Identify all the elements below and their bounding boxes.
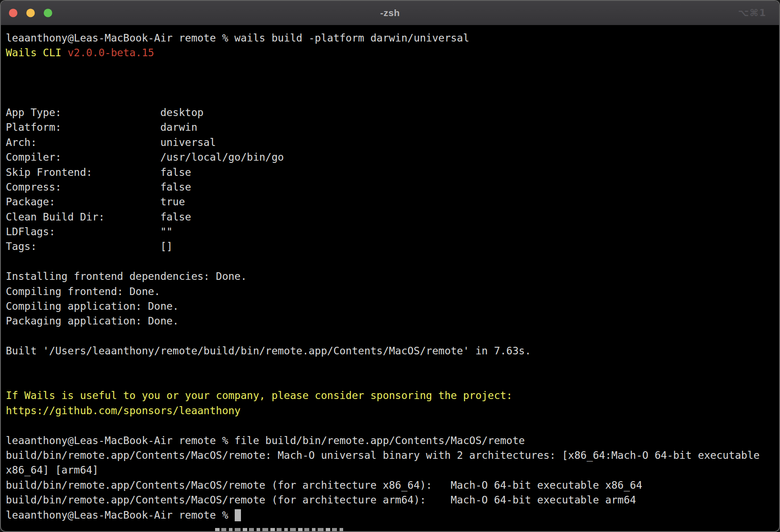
terminal-line: https://github.com/sponsors/leaanthony — [6, 403, 779, 418]
terminal-cursor — [235, 509, 241, 521]
terminal-line: Packaging application: Done. — [6, 314, 779, 328]
terminal-line: Compiler: /usr/local/go/bin/go — [6, 150, 779, 165]
terminal-text-segment: Platform: darwin — [6, 121, 197, 133]
minimize-button[interactable] — [26, 9, 35, 17]
terminal-line — [6, 329, 779, 344]
terminal-line — [6, 91, 779, 105]
terminal-text-segment: Compiling frontend: Done. — [6, 286, 160, 297]
terminal-line: leaanthony@Leas-MacBook-Air remote % — [6, 508, 779, 523]
terminal-text-segment: LDFlags: "" — [6, 226, 173, 237]
terminal-text-segment: https://github.com/sponsors/leaanthony — [6, 405, 241, 416]
terminal-text-segment: Compiler: /usr/local/go/bin/go — [6, 151, 284, 163]
terminal-text-segment: Clean Build Dir: false — [6, 211, 191, 223]
terminal-text-segment: Built '/Users/leaanthony/remote/build/bi… — [6, 345, 531, 357]
terminal-line: Package: true — [6, 195, 779, 209]
window-titlebar[interactable]: -zsh ⌥⌘1 — [1, 1, 779, 25]
terminal-line: Compiling frontend: Done. — [6, 284, 779, 299]
terminal-screen[interactable]: leaanthony@Leas-MacBook-Air remote % wai… — [1, 25, 779, 531]
terminal-text-segment: build/bin/remote.app/Contents/MacOS/remo… — [6, 449, 759, 461]
terminal-line: build/bin/remote.app/Contents/MacOS/remo… — [6, 448, 779, 463]
terminal-text-segment: x86_64] [arm64] — [6, 464, 99, 476]
terminal-text-segment: Skip Frontend: false — [6, 166, 191, 178]
terminal-text-segment: Packaging application: Done. — [6, 315, 179, 327]
terminal-line: App Type: desktop — [6, 105, 779, 120]
terminal-text-segment: build/bin/remote.app/Contents/MacOS/remo… — [6, 494, 636, 506]
terminal-line: Platform: darwin — [6, 120, 779, 135]
terminal-line: leaanthony@Leas-MacBook-Air remote % wai… — [6, 31, 779, 46]
window-title: -zsh — [380, 8, 400, 18]
terminal-line: Clean Build Dir: false — [6, 210, 779, 224]
terminal-text-segment: Compiling application: Done. — [6, 300, 179, 312]
terminal-line: Installing frontend dependencies: Done. — [6, 269, 779, 284]
traffic-light-buttons — [9, 9, 52, 17]
terminal-line — [6, 75, 779, 90]
terminal-line — [6, 359, 779, 374]
terminal-text-segment: Installing frontend dependencies: Done. — [6, 270, 247, 282]
terminal-line: Compress: false — [6, 180, 779, 195]
terminal-window: -zsh ⌥⌘1 leaanthony@Leas-MacBook-Air rem… — [0, 0, 780, 532]
terminal-screen-content: leaanthony@Leas-MacBook-Air remote % wai… — [6, 31, 779, 531]
terminal-line: Arch: universal — [6, 135, 779, 150]
terminal-text-segment: Package: true — [6, 196, 185, 208]
terminal-line — [6, 418, 779, 433]
terminal-line: build/bin/remote.app/Contents/MacOS/remo… — [6, 478, 779, 493]
close-button[interactable] — [9, 9, 17, 17]
terminal-line: Compiling application: Done. — [6, 299, 779, 314]
terminal-text-segment: v2.0.0-beta.15 — [67, 47, 154, 58]
terminal-line: Wails CLI v2.0.0-beta.15 — [6, 46, 779, 60]
terminal-text-segment: leaanthony@Leas-MacBook-Air remote % wai… — [6, 32, 469, 44]
terminal-line: LDFlags: "" — [6, 224, 779, 239]
terminal-text-segment: Arch: universal — [6, 137, 216, 148]
window-shortcut-badge: ⌥⌘1 — [738, 8, 767, 18]
zoom-button[interactable] — [44, 9, 52, 17]
terminal-text-segment: Wails CLI — [6, 47, 67, 58]
terminal-text-segment: build/bin/remote.app/Contents/MacOS/remo… — [6, 479, 642, 491]
terminal-line: x86_64] [arm64] — [6, 463, 779, 478]
terminal-line: Skip Frontend: false — [6, 165, 779, 180]
terminal-line: leaanthony@Leas-MacBook-Air remote % fil… — [6, 433, 779, 448]
terminal-line: build/bin/remote.app/Contents/MacOS/remo… — [6, 493, 779, 507]
terminal-text-segment: leaanthony@Leas-MacBook-Air remote % — [6, 509, 234, 521]
terminal-line — [6, 523, 779, 531]
terminal-text-segment: Tags: [] — [6, 241, 173, 252]
terminal-line — [6, 374, 779, 388]
terminal-line: Built '/Users/leaanthony/remote/build/bi… — [6, 344, 779, 358]
terminal-text-segment: Compress: false — [6, 181, 191, 193]
terminal-line — [6, 254, 779, 269]
terminal-line — [6, 61, 779, 75]
terminal-text-segment: If Wails is useful to you or your compan… — [6, 390, 512, 401]
terminal-text-segment: leaanthony@Leas-MacBook-Air remote % fil… — [6, 435, 525, 446]
terminal-line: If Wails is useful to you or your compan… — [6, 388, 779, 403]
terminal-text-segment: App Type: desktop — [6, 107, 203, 118]
terminal-line: Tags: [] — [6, 239, 779, 254]
